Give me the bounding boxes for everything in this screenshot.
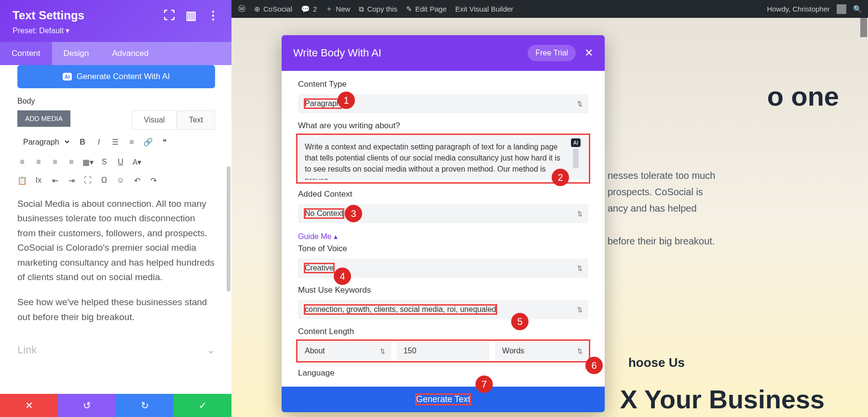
canvas-headline: o one: [767, 81, 839, 112]
write-body-ai-modal: Write Body With AI Free Trial ✕ Content …: [282, 35, 605, 412]
keywords-input[interactable]: connection, growth, clients, social medi…: [305, 305, 496, 314]
avatar[interactable]: [837, 4, 846, 14]
annotation-2: 2: [552, 169, 569, 186]
paste-icon[interactable]: 📋: [17, 175, 27, 185]
strike-icon[interactable]: S: [99, 157, 109, 167]
link-label: Link: [17, 344, 37, 356]
exit-label: Exit Visual Builder: [455, 5, 514, 13]
editor-tab-visual[interactable]: Visual: [132, 110, 176, 130]
ul-icon[interactable]: ☰: [110, 137, 120, 147]
omega-icon[interactable]: Ω: [99, 175, 109, 185]
cancel-button[interactable]: ✕: [0, 394, 58, 417]
generate-content-ai-button[interactable]: AI Generate Content With AI: [17, 65, 215, 88]
align-justify-icon[interactable]: ≡: [67, 157, 76, 167]
exit-builder-link[interactable]: Exit Visual Builder: [455, 5, 514, 13]
sidebar-footer: ✕ ↺ ↻ ✓: [0, 394, 231, 417]
context-select[interactable]: No Context: [298, 204, 588, 223]
guide-me-toggle[interactable]: Guide Me ▴: [298, 232, 588, 241]
generate-text-button[interactable]: Generate Text: [282, 387, 605, 412]
editor-toolbar: Paragraph B I ☰ ≡ 🔗 ❝: [17, 130, 215, 151]
canvas-body: nesses tolerate too much prospects. CoSo…: [608, 167, 839, 249]
about-textarea[interactable]: Write a context and expectatin setting p…: [298, 135, 588, 180]
canvas-body-line: prospects. CoSocial is: [608, 184, 839, 200]
table-icon[interactable]: ▦▾: [83, 157, 93, 167]
length-label: Content Length: [298, 327, 588, 336]
undo-button[interactable]: ↺: [58, 394, 116, 417]
chevron-down-icon: ⌄: [206, 344, 215, 356]
howdy-text[interactable]: Howdy, Christopher: [767, 5, 830, 13]
new-link[interactable]: ＋ New: [326, 4, 350, 13]
fullscreen-icon[interactable]: ⛶: [83, 175, 93, 185]
site-name: CoSocial: [263, 5, 292, 13]
tone-label: Tone of Voice: [298, 244, 588, 254]
length-mode-select[interactable]: About: [298, 341, 391, 361]
sidebar-header: Text Settings ⛶ ▥ ⋮ Preset: Default ▾: [0, 0, 231, 42]
add-media-button[interactable]: ADD MEDIA: [17, 110, 70, 127]
emoji-icon[interactable]: ☺: [116, 175, 125, 185]
preset-dropdown[interactable]: Preset: Default ▾: [13, 26, 219, 35]
canvas-choose-us: hoose Us: [628, 355, 685, 370]
free-trial-button[interactable]: Free Trial: [528, 45, 576, 61]
length-number-input[interactable]: [397, 341, 490, 361]
search-icon[interactable]: 🔍: [853, 5, 862, 13]
tab-design[interactable]: Design: [52, 42, 101, 65]
outdent-icon[interactable]: ⇤: [50, 175, 60, 185]
clear-icon[interactable]: Ix: [34, 175, 43, 185]
link-icon[interactable]: 🔗: [143, 137, 153, 147]
edit-page-link[interactable]: ✎ Edit Page: [406, 5, 447, 13]
more-icon[interactable]: ⋮: [207, 9, 219, 22]
copy-label: Copy this: [367, 5, 397, 13]
modal-header: Write Body With AI Free Trial ✕: [282, 35, 605, 71]
editor-paragraph: Social Media is about connection. All to…: [17, 197, 215, 284]
quote-icon[interactable]: ❝: [160, 137, 169, 147]
annotation-4: 4: [334, 268, 351, 285]
annotation-5: 5: [511, 313, 529, 330]
edit-label: Edit Page: [415, 5, 447, 13]
format-select[interactable]: Paragraph: [17, 135, 71, 148]
canvas-big-headline: X Your Business Capital With Our: [620, 384, 825, 417]
close-icon[interactable]: ✕: [584, 47, 593, 59]
body-editor[interactable]: Social Media is about connection. All to…: [17, 197, 215, 324]
save-button[interactable]: ✓: [174, 394, 231, 417]
length-row: About Words: [298, 341, 588, 361]
redo-button[interactable]: ↻: [116, 394, 174, 417]
comments-link[interactable]: 💬 2: [301, 5, 317, 13]
textarea-scrollbar[interactable]: [573, 149, 579, 168]
underline-icon[interactable]: U: [116, 157, 125, 167]
focus-icon[interactable]: ⛶: [163, 9, 175, 22]
editor-tab-text[interactable]: Text: [177, 110, 215, 130]
canvas-big-line: X Your Business: [620, 384, 825, 414]
redo-icon[interactable]: ↷: [149, 175, 158, 185]
annotation-3: 3: [345, 205, 362, 222]
page-scrollbar[interactable]: [860, 18, 867, 37]
language-label: Language: [298, 368, 588, 378]
generate-text-label: Generate Text: [416, 394, 471, 404]
align-center-icon[interactable]: ≡: [34, 157, 43, 167]
text-settings-sidebar: Text Settings ⛶ ▥ ⋮ Preset: Default ▾ Co…: [0, 0, 231, 417]
italic-icon[interactable]: I: [94, 137, 104, 147]
bold-icon[interactable]: B: [78, 137, 87, 147]
tab-advanced[interactable]: Advanced: [100, 42, 160, 65]
comments-count: 2: [313, 5, 317, 13]
ai-badge-icon: AI: [63, 73, 72, 81]
length-unit-select[interactable]: Words: [495, 341, 588, 361]
ai-assist-icon[interactable]: AI: [571, 138, 581, 147]
undo-icon[interactable]: ↶: [132, 175, 142, 185]
ol-icon[interactable]: ≡: [127, 137, 136, 147]
tab-content[interactable]: Content: [0, 42, 52, 65]
sidebar-scrollbar[interactable]: [227, 166, 231, 292]
copy-link[interactable]: ⧉ Copy this: [359, 5, 397, 13]
columns-icon[interactable]: ▥: [186, 9, 197, 22]
sidebar-tabs: Content Design Advanced: [0, 42, 231, 65]
body-label: Body: [17, 97, 215, 106]
indent-icon[interactable]: ⇥: [67, 175, 76, 185]
textcolor-icon[interactable]: A▾: [132, 157, 142, 167]
wp-logo-icon[interactable]: ⓦ: [238, 4, 245, 13]
align-right-icon[interactable]: ≡: [50, 157, 60, 167]
context-value: No Context: [305, 209, 343, 218]
context-label: Added Context: [298, 189, 588, 199]
site-link[interactable]: ⊕ CoSocial: [254, 5, 292, 13]
link-section[interactable]: Link ⌄: [17, 344, 215, 356]
keywords-input-wrap: connection, growth, clients, social medi…: [298, 300, 588, 319]
align-left-icon[interactable]: ≡: [17, 157, 27, 167]
